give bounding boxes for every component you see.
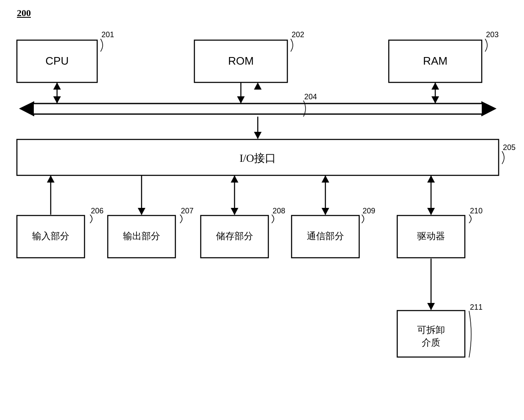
svg-text:206: 206	[91, 207, 104, 215]
svg-text:202: 202	[292, 30, 304, 39]
svg-marker-43	[47, 175, 55, 183]
svg-marker-45	[138, 208, 145, 215]
svg-text:RAM: RAM	[423, 55, 448, 67]
svg-rect-32	[17, 215, 85, 258]
svg-text:201: 201	[101, 30, 114, 39]
diagram-container: 200 CPU ROM RAM 201 202 203	[0, 0, 524, 420]
svg-marker-11	[19, 101, 34, 116]
svg-text:ROM: ROM	[228, 55, 254, 67]
svg-text:输出部分: 输出部分	[123, 231, 160, 241]
svg-text:208: 208	[273, 207, 285, 215]
svg-marker-51	[322, 208, 329, 215]
svg-rect-34	[108, 215, 175, 258]
svg-text:输入部分: 输入部分	[32, 231, 69, 241]
svg-text:CPU: CPU	[46, 55, 69, 67]
svg-marker-24	[431, 82, 439, 90]
svg-rect-4	[389, 40, 482, 82]
svg-marker-48	[231, 208, 238, 215]
fig-label: 200	[17, 8, 31, 19]
svg-text:205: 205	[503, 143, 516, 152]
diagram-svg: CPU ROM RAM 201 202 203 204	[0, 0, 524, 420]
svg-marker-47	[231, 175, 238, 183]
svg-text:203: 203	[486, 30, 499, 39]
svg-marker-25	[431, 96, 439, 104]
svg-rect-60	[397, 311, 465, 357]
svg-text:储存部分: 储存部分	[216, 231, 253, 241]
svg-text:210: 210	[470, 207, 483, 215]
svg-rect-40	[397, 215, 465, 258]
svg-marker-22	[237, 96, 245, 104]
svg-marker-64	[427, 303, 435, 310]
svg-rect-36	[201, 215, 268, 258]
svg-marker-12	[482, 101, 497, 116]
svg-text:I/O接口: I/O接口	[240, 152, 276, 164]
svg-rect-2	[194, 40, 287, 82]
svg-text:通信部分: 通信部分	[307, 231, 344, 241]
svg-text:可拆卸: 可拆卸	[417, 325, 445, 335]
svg-marker-19	[53, 82, 61, 90]
svg-marker-20	[53, 96, 61, 104]
svg-rect-29	[17, 139, 499, 175]
svg-marker-50	[322, 175, 329, 183]
svg-text:211: 211	[470, 303, 483, 311]
svg-marker-54	[427, 208, 435, 215]
svg-text:204: 204	[304, 93, 317, 101]
svg-rect-0	[17, 40, 97, 82]
svg-marker-53	[427, 175, 435, 183]
svg-marker-28	[254, 132, 262, 139]
svg-text:介质: 介质	[422, 337, 440, 348]
svg-marker-27	[254, 82, 262, 90]
svg-text:209: 209	[363, 207, 375, 215]
svg-text:207: 207	[181, 207, 194, 215]
svg-text:驱动器: 驱动器	[417, 231, 445, 241]
svg-rect-38	[292, 215, 359, 258]
